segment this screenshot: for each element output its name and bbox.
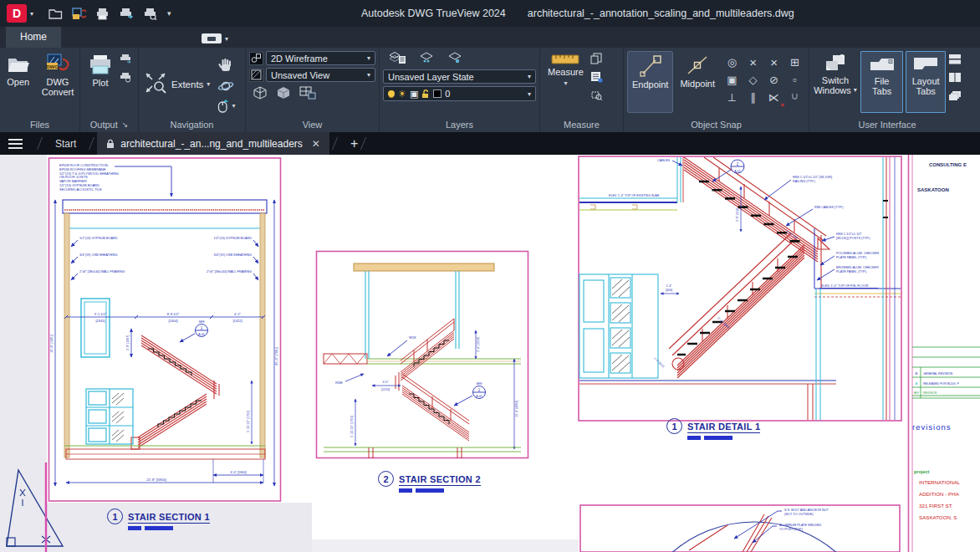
svg-text:2"x6" [38x140] WALL FRAMING: 2"x6" [38x140] WALL FRAMING xyxy=(79,270,125,273)
open-file-icon[interactable] xyxy=(48,8,63,19)
close-tab-icon[interactable]: ✕ xyxy=(312,138,320,150)
document-tab[interactable]: architectural_-_an...ng_and_multileaders… xyxy=(97,132,329,155)
tab-home[interactable]: Home xyxy=(6,27,61,48)
panel-launcher-icon[interactable]: ↘ xyxy=(122,120,129,129)
svg-text:(NOT TO OUTSIDE): (NOT TO OUTSIDE) xyxy=(784,513,814,516)
svg-text:RISE: RISE xyxy=(335,381,343,385)
layer-properties-icon[interactable] xyxy=(388,51,406,67)
osnap-perpendicular-icon[interactable]: ⊥ xyxy=(722,89,743,106)
svg-text:SASKATOON: SASKATOON xyxy=(917,187,949,192)
osnap-off-icon[interactable]: ∩× xyxy=(784,89,805,106)
cascade-icon[interactable] xyxy=(948,89,962,105)
svg-text:PLATE PANEL (TYP.): PLATE PANEL (TYP.) xyxy=(836,256,867,259)
measure-button[interactable]: Measure ▾ xyxy=(544,51,588,91)
document-tab-label: architectural_-_an...ng_and_multileaders xyxy=(120,138,302,150)
named-view-dropdown[interactable]: Unsaved View▾ xyxy=(266,68,375,82)
svg-text:DWG: DWG xyxy=(46,64,59,69)
svg-text:A-15: A-15 xyxy=(734,170,740,173)
switch-windows-icon xyxy=(824,54,846,74)
panel-label-navigation: Navigation xyxy=(139,117,245,132)
ribbon-display-toggle[interactable]: ▾ xyxy=(202,33,228,43)
area-query-icon[interactable] xyxy=(590,89,603,105)
quick-copy-icon[interactable] xyxy=(590,53,603,68)
panel-label-layers: Layers xyxy=(380,117,539,132)
svg-text:[2341]: [2341] xyxy=(95,319,105,323)
layer-state-dropdown[interactable]: Unsaved Layer State▾ xyxy=(383,69,536,84)
osnap-insertion-icon[interactable]: ⊞ xyxy=(784,54,805,71)
scale-bar xyxy=(399,488,481,493)
mouse-settings-dropdown[interactable]: ▾ xyxy=(217,100,235,113)
plot-button[interactable]: Plot xyxy=(84,51,117,90)
start-tab[interactable]: Start xyxy=(45,132,86,155)
file-tabs-toggle[interactable]: File Tabs xyxy=(860,51,903,113)
switch-windows-button[interactable]: Switch Windows▾ xyxy=(813,51,858,98)
layout-tabs-toggle[interactable]: Layout Tabs xyxy=(906,51,946,113)
drawing-canvas[interactable]: EPDM ROOF CONSTRUCTION:EPDM ROOFING MEMB… xyxy=(0,155,980,552)
osnap-point-icon[interactable]: ▫ xyxy=(784,71,805,89)
viewport-config-icon[interactable] xyxy=(299,86,316,103)
wire-cube-icon[interactable] xyxy=(253,86,268,103)
menu-icon[interactable] xyxy=(8,139,23,149)
tab-divider xyxy=(332,137,338,150)
osnap-parallel-icon[interactable]: ∥ xyxy=(743,89,763,106)
batch-plot-icon[interactable] xyxy=(72,8,86,20)
app-title: Autodesk DWG TrueView 2024 xyxy=(361,8,506,19)
svg-text:SECURED ACOUSTIC TILE: SECURED ACOUSTIC TILE xyxy=(59,187,102,192)
svg-text:321 FIRST ST.: 321 FIRST ST. xyxy=(919,503,953,509)
print-icon[interactable] xyxy=(95,8,110,20)
osnap-apparent-intersection-icon[interactable]: × xyxy=(763,54,784,71)
open-button[interactable]: Open xyxy=(2,51,35,89)
pan-icon[interactable] xyxy=(217,58,235,76)
dwg-convert-label: DWG xyxy=(47,77,69,87)
panel-user-interface: Switch Windows▾ File Tabs Layout Tabs xyxy=(809,48,965,132)
osnap-quadrant-icon[interactable]: ◇ xyxy=(743,71,763,89)
visual-style-dropdown[interactable]: 2D Wireframe▾ xyxy=(266,51,375,65)
sheet-stair-section-2: W18 RISE SEE 1 A-05 3'-4" [1016] xyxy=(315,250,529,459)
layer-on-icon[interactable] xyxy=(447,51,463,67)
osnap-center-icon[interactable]: ◎ xyxy=(722,54,743,71)
title-block: CONSULTING E SASKATOON B GENERAL REVISIO… xyxy=(907,155,980,552)
osnap-intersection-icon[interactable]: × xyxy=(743,54,763,71)
tile-vertically-icon[interactable] xyxy=(948,71,962,86)
quick-properties-icon[interactable] xyxy=(590,71,603,86)
panel-label-user-interface: User Interface xyxy=(809,117,965,132)
zoom-mode-dropdown[interactable]: Extents▾ xyxy=(171,79,210,89)
osnap-endpoint-button[interactable]: Endpoint xyxy=(627,51,673,113)
orbit-icon[interactable] xyxy=(217,79,235,96)
qat-dropdown-icon[interactable]: ▾ xyxy=(167,9,171,18)
switch-windows-label: Switch xyxy=(822,75,849,85)
svg-text:3'-6" [914]: 3'-6" [914] xyxy=(736,208,739,222)
panel-label-object-snap: Object Snap xyxy=(624,117,809,132)
batch-plot-mini-icon[interactable] xyxy=(120,53,132,68)
app-menu-button[interactable]: D ▾ xyxy=(7,4,33,23)
svg-text:2"x6" [38x140] WALL FRAMING: 2"x6" [38x140] WALL FRAMING xyxy=(207,270,252,273)
new-tab-icon[interactable]: + xyxy=(350,136,358,151)
osnap-tangent-icon[interactable]: ⊘ xyxy=(763,71,784,89)
zoom-extents-icon[interactable] xyxy=(142,69,169,100)
print-export-icon[interactable] xyxy=(119,8,134,20)
app-window: D ▾ ▾ Autodesk DWG TrueView 2024 archite… xyxy=(0,0,980,552)
svg-text:ALUMINUM PLATE WELDED: ALUMINUM PLATE WELDED xyxy=(779,524,822,527)
tile-horizontally-icon[interactable] xyxy=(948,53,962,68)
layer-off-icon[interactable] xyxy=(418,51,435,67)
dwg-convert-button[interactable]: DWG DWG Convert xyxy=(38,51,79,100)
svg-text:[2404]: [2404] xyxy=(168,319,177,323)
osnap-node-icon[interactable]: ▣ xyxy=(722,71,743,89)
current-layer-name: 0 xyxy=(445,89,450,99)
svg-text:S.S. BOLT AND ANCHOR NUT: S.S. BOLT AND ANCHOR NUT xyxy=(784,509,829,512)
dwg-convert-label2: Convert xyxy=(42,87,74,97)
file-tab-bar: Start architectural_-_an...ng_and_multil… xyxy=(0,132,980,155)
sheet-connection-detail: S.S. BOLT AND ANCHOR NUT (NOT TO OUTSIDE… xyxy=(579,503,901,552)
preview-mini-icon[interactable] xyxy=(120,71,132,86)
layer-visibility-icon xyxy=(388,90,395,97)
print-preview-icon[interactable] xyxy=(143,8,158,20)
dwg-convert-icon: DWG xyxy=(46,54,69,75)
svg-text:[400]: [400] xyxy=(666,289,672,292)
svg-text:10'-8" [3251]: 10'-8" [3251] xyxy=(49,335,54,353)
osnap-midpoint-button[interactable]: Midpoint xyxy=(676,51,719,113)
layer-dropdown[interactable]: ☀ ▣ 0 ▾ xyxy=(383,86,536,101)
shaded-cube-icon[interactable] xyxy=(276,86,291,103)
panel-label-output: Output↘ xyxy=(80,117,138,132)
endpoint-icon xyxy=(638,54,663,78)
layout-tabs-icon xyxy=(912,54,939,74)
